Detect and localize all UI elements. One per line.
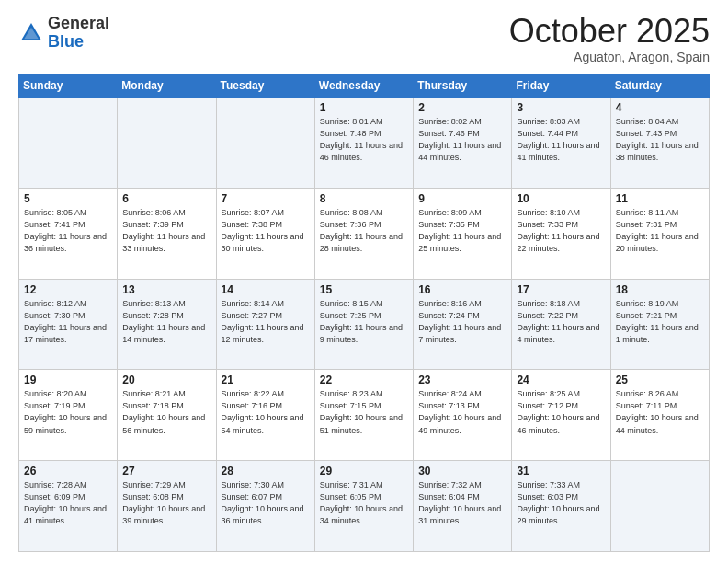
day-info: Sunrise: 8:03 AM Sunset: 7:44 PM Dayligh…	[517, 116, 605, 164]
calendar-week-1: 1Sunrise: 8:01 AM Sunset: 7:48 PM Daylig…	[19, 98, 710, 189]
day-info: Sunrise: 8:19 AM Sunset: 7:21 PM Dayligh…	[616, 298, 704, 346]
col-wednesday: Wednesday	[314, 75, 413, 98]
day-number: 14	[222, 283, 310, 296]
day-info: Sunrise: 8:11 AM Sunset: 7:31 PM Dayligh…	[616, 207, 704, 255]
calendar-day: 20Sunrise: 8:21 AM Sunset: 7:18 PM Dayli…	[118, 370, 216, 461]
month-title: October 2025	[509, 15, 710, 48]
day-info: Sunrise: 8:20 AM Sunset: 7:19 PM Dayligh…	[24, 388, 112, 436]
calendar-day: 7Sunrise: 8:07 AM Sunset: 7:38 PM Daylig…	[216, 188, 314, 279]
calendar-day: 2Sunrise: 8:02 AM Sunset: 7:46 PM Daylig…	[414, 98, 512, 189]
day-number: 4	[616, 101, 704, 114]
calendar-day: 22Sunrise: 8:23 AM Sunset: 7:15 PM Dayli…	[314, 370, 413, 461]
page: General Blue October 2025 Aguaton, Arago…	[0, 0, 728, 563]
day-number: 5	[24, 192, 112, 205]
day-number: 27	[122, 465, 210, 477]
calendar-day	[118, 98, 216, 189]
day-info: Sunrise: 7:32 AM Sunset: 6:04 PM Dayligh…	[418, 479, 506, 527]
day-number: 30	[418, 465, 506, 477]
day-info: Sunrise: 8:10 AM Sunset: 7:33 PM Dayligh…	[517, 207, 605, 255]
col-friday: Friday	[512, 75, 610, 98]
logo: General Blue	[18, 15, 109, 52]
calendar-day: 14Sunrise: 8:14 AM Sunset: 7:27 PM Dayli…	[216, 279, 314, 370]
day-info: Sunrise: 8:05 AM Sunset: 7:41 PM Dayligh…	[24, 207, 112, 255]
calendar-day: 26Sunrise: 7:28 AM Sunset: 6:09 PM Dayli…	[19, 461, 118, 552]
day-number: 31	[517, 465, 605, 477]
day-number: 29	[320, 465, 408, 477]
day-info: Sunrise: 8:09 AM Sunset: 7:35 PM Dayligh…	[418, 207, 506, 255]
day-info: Sunrise: 8:22 AM Sunset: 7:16 PM Dayligh…	[222, 388, 310, 436]
calendar-day: 18Sunrise: 8:19 AM Sunset: 7:21 PM Dayli…	[610, 279, 709, 370]
day-info: Sunrise: 8:04 AM Sunset: 7:43 PM Dayligh…	[616, 116, 704, 164]
day-number: 20	[122, 373, 210, 386]
day-info: Sunrise: 8:01 AM Sunset: 7:48 PM Dayligh…	[320, 116, 408, 164]
calendar-day: 16Sunrise: 8:16 AM Sunset: 7:24 PM Dayli…	[414, 279, 512, 370]
calendar-day: 5Sunrise: 8:05 AM Sunset: 7:41 PM Daylig…	[19, 188, 118, 279]
day-info: Sunrise: 8:15 AM Sunset: 7:25 PM Dayligh…	[320, 298, 408, 346]
day-info: Sunrise: 8:13 AM Sunset: 7:28 PM Dayligh…	[122, 298, 210, 346]
calendar-day: 28Sunrise: 7:30 AM Sunset: 6:07 PM Dayli…	[216, 461, 314, 552]
day-number: 10	[517, 192, 605, 205]
day-info: Sunrise: 8:18 AM Sunset: 7:22 PM Dayligh…	[517, 298, 605, 346]
col-thursday: Thursday	[414, 75, 512, 98]
day-info: Sunrise: 7:33 AM Sunset: 6:03 PM Dayligh…	[517, 479, 605, 527]
calendar-week-2: 5Sunrise: 8:05 AM Sunset: 7:41 PM Daylig…	[19, 188, 710, 279]
day-info: Sunrise: 8:23 AM Sunset: 7:15 PM Dayligh…	[320, 388, 408, 436]
calendar-day: 1Sunrise: 8:01 AM Sunset: 7:48 PM Daylig…	[314, 98, 413, 189]
calendar-day: 23Sunrise: 8:24 AM Sunset: 7:13 PM Dayli…	[414, 370, 512, 461]
logo-blue: Blue	[48, 32, 84, 51]
day-number: 2	[418, 101, 506, 114]
col-saturday: Saturday	[610, 75, 709, 98]
location: Aguaton, Aragon, Spain	[509, 50, 710, 64]
day-number: 19	[24, 373, 112, 386]
calendar-day: 3Sunrise: 8:03 AM Sunset: 7:44 PM Daylig…	[512, 98, 610, 189]
calendar-week-5: 26Sunrise: 7:28 AM Sunset: 6:09 PM Dayli…	[19, 461, 710, 552]
day-number: 15	[320, 283, 408, 296]
day-info: Sunrise: 8:25 AM Sunset: 7:12 PM Dayligh…	[517, 388, 605, 436]
header: General Blue October 2025 Aguaton, Arago…	[18, 15, 710, 64]
calendar-day: 11Sunrise: 8:11 AM Sunset: 7:31 PM Dayli…	[610, 188, 709, 279]
calendar-day	[610, 461, 709, 552]
calendar-day: 10Sunrise: 8:10 AM Sunset: 7:33 PM Dayli…	[512, 188, 610, 279]
calendar-day: 4Sunrise: 8:04 AM Sunset: 7:43 PM Daylig…	[610, 98, 709, 189]
day-info: Sunrise: 8:07 AM Sunset: 7:38 PM Dayligh…	[222, 207, 310, 255]
day-number: 21	[222, 373, 310, 386]
day-info: Sunrise: 8:26 AM Sunset: 7:11 PM Dayligh…	[616, 388, 704, 436]
title-block: October 2025 Aguaton, Aragon, Spain	[509, 15, 710, 64]
day-info: Sunrise: 7:31 AM Sunset: 6:05 PM Dayligh…	[320, 479, 408, 527]
day-number: 7	[222, 192, 310, 205]
logo-icon	[18, 20, 44, 46]
calendar-day: 13Sunrise: 8:13 AM Sunset: 7:28 PM Dayli…	[118, 279, 216, 370]
day-info: Sunrise: 8:12 AM Sunset: 7:30 PM Dayligh…	[24, 298, 112, 346]
day-number: 6	[122, 192, 210, 205]
day-info: Sunrise: 8:02 AM Sunset: 7:46 PM Dayligh…	[418, 116, 506, 164]
day-number: 1	[320, 101, 408, 114]
calendar-day: 19Sunrise: 8:20 AM Sunset: 7:19 PM Dayli…	[19, 370, 118, 461]
calendar-day	[216, 98, 314, 189]
calendar-day: 30Sunrise: 7:32 AM Sunset: 6:04 PM Dayli…	[414, 461, 512, 552]
calendar-day: 9Sunrise: 8:09 AM Sunset: 7:35 PM Daylig…	[414, 188, 512, 279]
calendar-table: Sunday Monday Tuesday Wednesday Thursday…	[18, 74, 710, 552]
day-number: 18	[616, 283, 704, 296]
calendar-day: 24Sunrise: 8:25 AM Sunset: 7:12 PM Dayli…	[512, 370, 610, 461]
day-number: 8	[320, 192, 408, 205]
calendar-week-4: 19Sunrise: 8:20 AM Sunset: 7:19 PM Dayli…	[19, 370, 710, 461]
day-number: 9	[418, 192, 506, 205]
day-number: 25	[616, 373, 704, 386]
calendar-week-3: 12Sunrise: 8:12 AM Sunset: 7:30 PM Dayli…	[19, 279, 710, 370]
calendar-day: 15Sunrise: 8:15 AM Sunset: 7:25 PM Dayli…	[314, 279, 413, 370]
day-number: 23	[418, 373, 506, 386]
day-number: 28	[222, 465, 310, 477]
day-info: Sunrise: 8:08 AM Sunset: 7:36 PM Dayligh…	[320, 207, 408, 255]
day-number: 12	[24, 283, 112, 296]
day-number: 11	[616, 192, 704, 205]
calendar-day	[19, 98, 118, 189]
calendar-day: 8Sunrise: 8:08 AM Sunset: 7:36 PM Daylig…	[314, 188, 413, 279]
day-info: Sunrise: 7:29 AM Sunset: 6:08 PM Dayligh…	[122, 479, 210, 527]
day-number: 22	[320, 373, 408, 386]
calendar-day: 21Sunrise: 8:22 AM Sunset: 7:16 PM Dayli…	[216, 370, 314, 461]
day-info: Sunrise: 8:24 AM Sunset: 7:13 PM Dayligh…	[418, 388, 506, 436]
day-number: 17	[517, 283, 605, 296]
col-tuesday: Tuesday	[216, 75, 314, 98]
calendar-day: 12Sunrise: 8:12 AM Sunset: 7:30 PM Dayli…	[19, 279, 118, 370]
day-number: 24	[517, 373, 605, 386]
